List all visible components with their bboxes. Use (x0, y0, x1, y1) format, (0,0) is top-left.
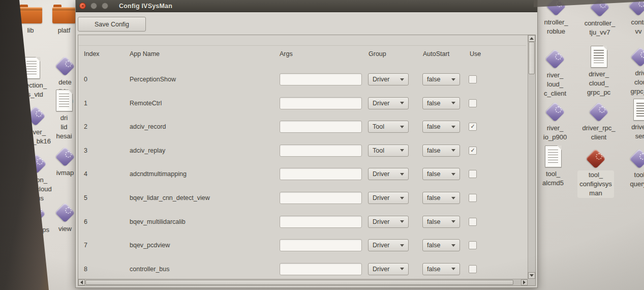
desktop-icon-driv-clou-grpc-s[interactable]: drivclougrpc_s (620, 45, 644, 96)
table-row: 1RemoteCtrlDriverfalse (78, 97, 528, 110)
chevron-down-icon (451, 173, 455, 176)
icon-label: river_io_p900 (535, 124, 575, 142)
window-titlebar[interactable]: Config IVSysMan (76, 0, 537, 12)
arrow-right-icon (523, 280, 526, 284)
group-dropdown[interactable]: Driver (368, 192, 409, 204)
icon-label: toolqueryr (619, 170, 644, 189)
autostart-dropdown[interactable]: false (422, 121, 460, 133)
desktop-icon-driver-serv[interactable]: driver_serv (621, 99, 644, 141)
args-input[interactable] (280, 263, 362, 275)
arrow-down-icon (530, 274, 534, 277)
row-app-name: bqev_multilidarcalib (130, 218, 186, 225)
autostart-dropdown[interactable]: false (422, 168, 460, 180)
group-dropdown[interactable]: Driver (368, 239, 409, 251)
autostart-dropdown[interactable]: false (422, 73, 460, 85)
scroll-down-button[interactable] (528, 272, 535, 279)
scroll-up-button[interactable] (528, 35, 535, 42)
group-dropdown[interactable]: Driver (368, 97, 409, 109)
autostart-value: false (427, 194, 440, 201)
autostart-dropdown[interactable]: false (422, 239, 460, 251)
desktop-icon-tool-queryr[interactable]: toolqueryr (619, 147, 644, 189)
horizontal-scroll-thumb[interactable] (85, 280, 513, 285)
icon-label-line: queryr (619, 180, 644, 189)
chevron-down-icon (400, 78, 404, 81)
icon-label: controller_tju_vv7 (579, 19, 620, 37)
use-checkbox[interactable] (469, 99, 477, 107)
scroll-right-button[interactable] (521, 279, 528, 285)
autostart-dropdown[interactable]: false (422, 97, 460, 109)
maximize-icon[interactable] (102, 3, 108, 9)
icon-label: drivclougrpc_s (620, 69, 644, 96)
desktop-icon-tool-alcmd5[interactable]: tool_alcmd5 (533, 146, 573, 188)
use-checkbox[interactable] (469, 170, 477, 178)
column-header-index: Index (84, 50, 100, 57)
chevron-down-icon (451, 220, 455, 223)
group-dropdown[interactable]: Driver (368, 168, 409, 180)
chevron-down-icon (400, 268, 404, 270)
args-input[interactable] (280, 216, 362, 228)
use-checkbox[interactable]: ✓ (469, 147, 477, 155)
autostart-dropdown[interactable]: false (422, 216, 460, 228)
desktop-icon-tool-configivsysman[interactable]: tool_configivsysman (575, 147, 616, 198)
row-app-name: adciv_record (130, 123, 166, 130)
use-checkbox[interactable]: ✓ (469, 123, 477, 131)
icon-label-line: controller_ (579, 19, 620, 28)
args-input[interactable] (280, 121, 362, 133)
use-checkbox[interactable] (469, 75, 477, 83)
document-icon (545, 146, 562, 167)
close-icon[interactable] (79, 3, 86, 9)
desktop-icon-driver-rpc-client[interactable]: driver_rpc_client (578, 100, 619, 142)
args-input[interactable] (280, 73, 362, 85)
group-dropdown[interactable]: Driver (368, 263, 409, 275)
icon-label: ntroller_roblue (536, 18, 576, 36)
group-dropdown[interactable]: Tool (368, 144, 409, 157)
icon-label: tool_alcmd5 (533, 169, 573, 188)
use-checkbox[interactable] (469, 241, 477, 249)
scrollbar-corner (528, 279, 535, 285)
autostart-value: false (427, 147, 440, 154)
args-input[interactable] (280, 97, 362, 109)
args-input[interactable] (280, 192, 362, 204)
desktop-icon-controller-tju-vv7[interactable]: controller_tju_vv7 (579, 0, 620, 37)
desktop-icon-contr-vv[interactable]: contrvv (618, 0, 644, 36)
use-checkbox[interactable] (469, 194, 477, 202)
chevron-down-icon (400, 126, 404, 128)
icon-label-line: tool_ (533, 169, 573, 179)
icon-label: driver_rpc_client (578, 124, 619, 142)
args-input[interactable] (280, 144, 362, 157)
args-input[interactable] (280, 168, 362, 180)
desktop-icon-river-loud-c-client[interactable]: river_loud_c_client (535, 47, 575, 98)
icon-label-line: river_ (535, 71, 575, 80)
horizontal-scrollbar[interactable] (78, 279, 528, 285)
autostart-dropdown[interactable]: false (422, 192, 460, 204)
icon-label-line: river_ (535, 124, 575, 133)
minimize-icon[interactable] (90, 3, 97, 9)
scroll-left-button[interactable] (78, 279, 85, 285)
group-dropdown[interactable]: Driver (368, 216, 409, 228)
args-input[interactable] (280, 239, 362, 251)
autostart-dropdown[interactable]: false (422, 144, 460, 157)
icon-label-line: grpc_pc (578, 88, 619, 97)
window-title: Config IVSysMan (119, 3, 172, 10)
icon-label-line: contr (618, 18, 644, 27)
group-dropdown[interactable]: Tool (368, 121, 409, 133)
table-row: 4adcndtmultimappingDriverfalse (78, 168, 528, 181)
row-app-name: bqev_lidar_cnn_detect_view (130, 194, 210, 201)
chevron-down-icon (451, 244, 455, 247)
autostart-dropdown[interactable]: false (422, 263, 460, 275)
use-checkbox[interactable] (469, 218, 477, 226)
desktop-icon-driver-cloud-grpc-pc[interactable]: driver_cloud_grpc_pc (578, 46, 619, 97)
desktop-icon-river-io-p900[interactable]: river_io_p900 (535, 100, 575, 142)
table-row: 3adciv_replayToolfalse✓ (78, 144, 528, 158)
table-row: 6bqev_multilidarcalibDriverfalse (78, 216, 528, 229)
column-header-args: Args (280, 50, 293, 57)
save-config-button[interactable]: Save Config (78, 17, 146, 32)
icon-label-line: tju_vv7 (579, 28, 620, 37)
vertical-scroll-thumb[interactable] (529, 42, 535, 74)
row-index: 5 (84, 194, 87, 201)
vertical-scrollbar[interactable] (528, 35, 535, 279)
group-dropdown[interactable]: Driver (368, 73, 409, 85)
icon-label-line: man (579, 189, 612, 198)
use-checkbox[interactable] (469, 265, 477, 273)
document-icon (56, 90, 73, 111)
